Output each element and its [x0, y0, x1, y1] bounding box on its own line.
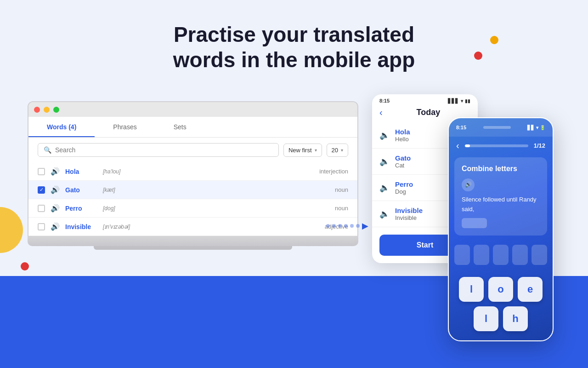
arrow-dot [350, 224, 354, 228]
tab-words[interactable]: Words (4) [28, 117, 95, 137]
word-name: Perro [395, 180, 413, 188]
search-icon: 🔍 [44, 146, 51, 154]
laptop-titlebar [28, 102, 357, 117]
laptop-app-content: Words (4) Phrases Sets 🔍 New first ▾ 20 … [28, 117, 357, 236]
answer-blank [462, 218, 487, 228]
letter-button-l[interactable]: l [459, 277, 484, 302]
word-phonetic: [ha'lou] [103, 168, 140, 175]
answer-box[interactable] [531, 245, 547, 265]
word-checkbox-hola[interactable] [38, 168, 45, 175]
speaker-icon[interactable]: 🔊 [51, 204, 60, 213]
word-type: noun [335, 186, 348, 193]
speaker-icon[interactable]: 🔈 [379, 209, 390, 219]
word-name: Invisible [395, 207, 423, 214]
phone1-time: 8:15 [379, 98, 390, 104]
letter-button-h[interactable]: h [503, 306, 528, 331]
table-row: 🔊 Perro [dog] noun [28, 199, 357, 218]
phone2-header: ‹ 1/12 [449, 137, 553, 153]
answer-box[interactable] [474, 245, 489, 265]
word-name: Gato [395, 154, 411, 162]
word-name: Hola [65, 168, 97, 175]
arrow-dot [326, 224, 330, 228]
word-translation: Hello [395, 136, 410, 143]
perpage-dropdown[interactable]: 20 ▾ [327, 144, 348, 157]
phone2-notch [483, 126, 511, 129]
speaker-icon[interactable]: 🔊 [51, 222, 60, 231]
word-phonetic: [ɪn'vɪzəbəl] [103, 224, 140, 230]
word-checkbox-perro[interactable] [38, 205, 45, 212]
audio-play-button[interactable]: 🔊 [462, 178, 475, 191]
word-list: 🔊 Hola [ha'lou] interjection Hello 🔊 Gat… [28, 162, 357, 236]
word-name: Perro [65, 205, 97, 212]
table-row: 🔊 Gato [kæt] noun [28, 181, 357, 199]
speaker-icon[interactable]: 🔈 [379, 156, 390, 167]
laptop-mockup: Words (4) Phrases Sets 🔍 New first ▾ 20 … [28, 101, 358, 250]
word-translation: Cat [395, 162, 411, 169]
answer-box[interactable] [493, 245, 509, 265]
word-translation: Invisible [395, 214, 423, 221]
phone1-title: Today [386, 108, 470, 117]
phone2-back-button[interactable]: ‹ [456, 140, 459, 151]
word-translation: Dog [395, 188, 413, 195]
phone2-progress-fill [465, 144, 470, 147]
speaker-icon[interactable]: 🔈 [379, 183, 390, 193]
answer-box[interactable] [454, 245, 470, 265]
tab-phrases[interactable]: Phrases [95, 117, 155, 137]
letter-button-e[interactable]: e [518, 277, 543, 302]
arrow-dot [338, 224, 342, 228]
phone2-exercise-card: Combine letters 🔊 Silence followed until… [454, 157, 547, 236]
word-checkbox-gato[interactable] [38, 186, 45, 194]
arrow-dot [332, 224, 336, 228]
phone1-status-bar: 8:15 ▋▋▋ ▾ ▮▮ [372, 94, 478, 105]
letters-row-1: l o e [454, 277, 547, 302]
word-phonetic: [dog] [103, 205, 140, 212]
phone1-status-icons: ▋▋▋ ▾ ▮▮ [448, 98, 470, 104]
tabs-row: Words (4) Phrases Sets [28, 117, 357, 138]
word-name: Gato [65, 186, 97, 194]
phone2-mockup: 8:15 ▋▋ ▾ 🔋 ‹ 1/12 Combine letters 🔊 Sil… [448, 117, 554, 341]
transition-arrow: ▶ [326, 221, 368, 231]
laptop-base [28, 236, 358, 246]
sort-dropdown[interactable]: New first ▾ [283, 144, 322, 157]
perpage-dropdown-arrow: ▾ [341, 148, 343, 153]
word-name: Hola [395, 128, 410, 136]
word-type: noun [335, 205, 348, 212]
arrow-dot [356, 224, 360, 228]
dot-red-left [21, 262, 29, 270]
arrow-tip-icon: ▶ [362, 221, 368, 231]
speaker-icon[interactable]: 🔈 [379, 130, 390, 140]
table-row: 🔊 Hola [ha'lou] interjection Hello [28, 162, 357, 181]
traffic-light-yellow [44, 107, 50, 113]
hero-heading: Practise your translated words in the mo… [0, 0, 588, 73]
laptop-foot [94, 246, 292, 250]
answer-box[interactable] [512, 245, 528, 265]
letter-choices: l o e l h [449, 270, 553, 340]
phone2-status-icons: ▋▋ ▾ 🔋 [527, 125, 545, 130]
sort-dropdown-arrow: ▾ [315, 148, 317, 153]
word-checkbox-invisible[interactable] [38, 223, 45, 230]
phone1-back-button[interactable]: ‹ [379, 107, 383, 118]
yellow-semicircle [0, 207, 23, 253]
phone2-card-title: Combine letters [462, 165, 540, 173]
traffic-light-green [53, 107, 59, 113]
phone2-status-bar: 8:15 ▋▋ ▾ 🔋 [449, 118, 553, 137]
letter-button-o[interactable]: o [488, 277, 513, 302]
phone2-counter: 1/12 [534, 142, 545, 149]
letter-button-l2[interactable]: l [474, 306, 498, 331]
audio-icon: 🔊 [465, 180, 472, 189]
word-name: Invisible [65, 223, 97, 230]
search-box[interactable]: 🔍 [38, 143, 279, 157]
laptop-screen: Words (4) Phrases Sets 🔍 New first ▾ 20 … [28, 101, 358, 236]
search-input[interactable] [55, 146, 273, 154]
phone2-sentence: 🔊 Silence followed until Randy said, [462, 178, 540, 228]
answer-boxes [449, 240, 553, 270]
toolbar: 🔍 New first ▾ 20 ▾ [28, 138, 357, 162]
speaker-icon[interactable]: 🔊 [51, 185, 60, 194]
letters-row-2: l h [454, 306, 547, 331]
arrow-dot [344, 224, 348, 228]
word-phonetic: [kæt] [103, 187, 140, 193]
speaker-icon[interactable]: 🔊 [51, 167, 60, 176]
tab-sets[interactable]: Sets [155, 117, 205, 137]
table-row: 🔊 Invisible [ɪn'vɪzəbəl] adjective [28, 218, 357, 236]
traffic-light-red [34, 107, 40, 113]
